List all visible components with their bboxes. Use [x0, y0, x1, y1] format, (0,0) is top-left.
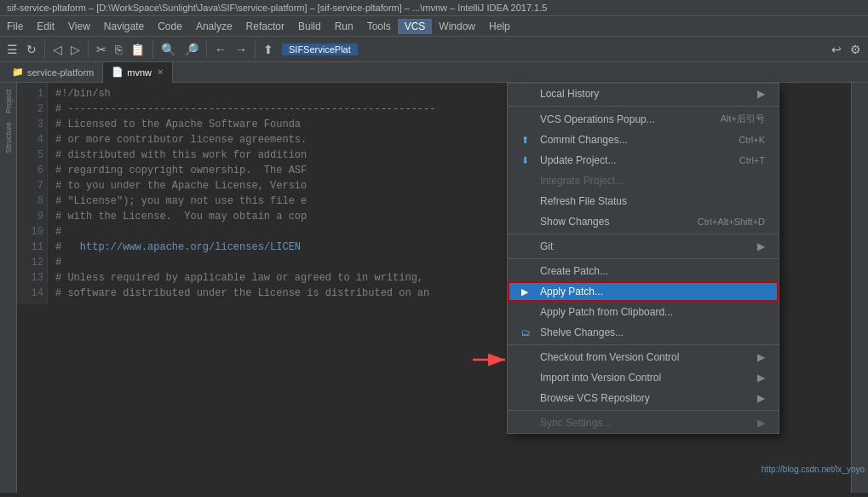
- apply-patch-icon: ▶: [521, 286, 535, 298]
- main-area: Project Structure 1 2 3 4 5 6 7 8 9 10 1…: [0, 83, 868, 493]
- toolbar-btn-cut[interactable]: ✂: [93, 41, 110, 58]
- menu-item-tools[interactable]: Tools: [360, 19, 398, 34]
- refresh-label: Refresh File Status: [540, 195, 627, 207]
- vcs-menu-git[interactable]: Git ▶: [508, 236, 779, 257]
- side-panel-right: [851, 83, 868, 493]
- toolbar-sep-4: [206, 41, 207, 58]
- menu-item-analyze[interactable]: Analyze: [189, 19, 239, 34]
- dd-sep-3: [508, 258, 779, 259]
- toolbar: ☰ ↻ ◁ ▷ ✂ ⎘ 📋 🔍 🔎 ← → ⬆ SIFServicePlat ↩…: [0, 37, 868, 62]
- toolbar-project-label: SIFServicePlat: [282, 43, 358, 55]
- menu-bar: FileEditViewNavigateCodeAnalyzeRefactorB…: [0, 16, 868, 37]
- title-text: sif-service-pltaform – [D:\WorkSpace\Sun…: [7, 3, 547, 13]
- git-label: Git: [540, 240, 553, 252]
- dd-sep-4: [508, 344, 779, 345]
- menu-item-window[interactable]: Window: [432, 19, 482, 34]
- checkout-arrow: ▶: [757, 351, 765, 363]
- toolbar-btn-vcs[interactable]: ⬆: [260, 41, 277, 58]
- commit-shortcut: Ctrl+K: [739, 135, 765, 145]
- vcs-ops-label: VCS Operations Popup...: [540, 113, 655, 125]
- toolbar-btn-back[interactable]: ◁: [49, 41, 66, 58]
- vcs-menu-create-patch[interactable]: Create Patch...: [508, 261, 779, 281]
- toolbar-sep-2: [88, 41, 89, 58]
- menu-item-run[interactable]: Run: [328, 19, 360, 34]
- toolbar-btn-copy[interactable]: ⎘: [112, 41, 125, 58]
- menu-item-build[interactable]: Build: [291, 19, 328, 34]
- sync-arrow: ▶: [757, 417, 765, 429]
- menu-item-navigate[interactable]: Navigate: [97, 19, 151, 34]
- side-label-project[interactable]: Project: [4, 90, 13, 113]
- tab-icon-mvnw: 📄: [112, 66, 124, 78]
- dd-sep-2: [508, 234, 779, 234]
- vcs-menu-import[interactable]: Import into Version Control ▶: [508, 367, 779, 388]
- vcs-menu-shelve-changes[interactable]: 🗂 Shelve Changes...: [508, 322, 779, 343]
- import-arrow: ▶: [757, 372, 765, 384]
- menu-item-refactor[interactable]: Refactor: [239, 19, 291, 34]
- title-bar: sif-service-pltaform – [D:\WorkSpace\Sun…: [0, 0, 868, 16]
- menu-item-edit[interactable]: Edit: [30, 19, 61, 34]
- toolbar-btn-arrow-l[interactable]: ←: [211, 41, 230, 58]
- toolbar-sep-3: [152, 41, 153, 58]
- toolbar-btn-forward[interactable]: ▷: [67, 41, 83, 58]
- vcs-menu-checkout[interactable]: Checkout from Version Control ▶: [508, 347, 779, 367]
- browse-label: Browse VCS Repository: [540, 392, 650, 404]
- vcs-dropdown-menu: Local History ▶ VCS Operations Popup... …: [507, 83, 779, 434]
- vcs-menu-operations-popup[interactable]: VCS Operations Popup... Alt+后引号: [508, 108, 779, 130]
- show-changes-shortcut: Ctrl+Alt+Shift+D: [698, 217, 765, 227]
- vcs-menu-local-history[interactable]: Local History ▶: [508, 84, 779, 104]
- update-shortcut: Ctrl+T: [739, 155, 765, 165]
- toolbar-btn-search[interactable]: 🔍: [158, 41, 179, 58]
- import-label: Import into Version Control: [540, 372, 661, 384]
- integrate-label: Integrate Project...: [540, 175, 624, 187]
- commit-icon: ⬆: [521, 135, 535, 146]
- vcs-menu-refresh[interactable]: Refresh File Status: [508, 191, 779, 211]
- toolbar-btn-paste[interactable]: 📋: [127, 41, 148, 58]
- toolbar-btn-arrow-r[interactable]: →: [232, 41, 250, 58]
- sync-label: Sync Settings...: [540, 417, 611, 429]
- update-icon: ⬇: [521, 155, 535, 166]
- browse-arrow: ▶: [757, 392, 765, 404]
- menu-item-vcs[interactable]: VCS: [398, 19, 433, 34]
- update-label: Update Project...: [540, 154, 616, 166]
- toolbar-btn-search2[interactable]: 🔎: [181, 41, 202, 58]
- tab-mvnw[interactable]: 📄 mvnw ✕: [103, 62, 173, 83]
- shelve-icon: 🗂: [521, 327, 535, 338]
- vcs-menu-browse[interactable]: Browse VCS Repository ▶: [508, 388, 779, 408]
- tab-service-platform[interactable]: 📁 service-platform: [3, 62, 103, 83]
- toolbar-btn-undo[interactable]: ↩: [828, 41, 845, 58]
- toolbar-sep-5: [255, 41, 256, 58]
- vcs-menu-apply-patch-clipboard[interactable]: Apply Patch from Clipboard...: [508, 302, 779, 322]
- tabs-bar: 📁 service-platform 📄 mvnw ✕: [0, 62, 868, 83]
- menu-item-file[interactable]: File: [0, 19, 30, 34]
- toolbar-btn-refresh[interactable]: ↻: [23, 41, 40, 58]
- apply-patch-label: Apply Patch...: [540, 286, 603, 298]
- menu-item-view[interactable]: View: [61, 19, 97, 34]
- git-arrow: ▶: [757, 240, 765, 252]
- tab-icon-service-platform: 📁: [12, 66, 24, 78]
- checkout-label: Checkout from Version Control: [540, 351, 679, 363]
- apply-patch-clipboard-label: Apply Patch from Clipboard...: [540, 306, 673, 318]
- vcs-menu-integrate: Integrate Project...: [508, 170, 779, 191]
- shelve-label: Shelve Changes...: [540, 327, 624, 338]
- vcs-menu-commit[interactable]: ⬆ Commit Changes... Ctrl+K: [508, 130, 779, 150]
- vcs-ops-shortcut: Alt+后引号: [721, 113, 765, 125]
- vcs-menu-sync-settings: Sync Settings... ▶: [508, 413, 779, 433]
- tab-label-service-platform: service-platform: [27, 67, 94, 78]
- vcs-menu-update[interactable]: ⬇ Update Project... Ctrl+T: [508, 150, 779, 170]
- vcs-menu-apply-patch[interactable]: ▶ Apply Patch...: [508, 281, 779, 302]
- local-history-label: Local History: [540, 88, 599, 100]
- vcs-menu-show-changes[interactable]: Show Changes Ctrl+Alt+Shift+D: [508, 211, 779, 232]
- side-panel-left: Project Structure: [0, 83, 17, 493]
- menu-item-help[interactable]: Help: [482, 19, 517, 34]
- side-label-structure[interactable]: Structure: [4, 122, 13, 153]
- local-history-arrow: ▶: [757, 88, 765, 100]
- show-changes-label: Show Changes: [540, 216, 609, 228]
- commit-label: Commit Changes...: [540, 134, 628, 146]
- tab-close-mvnw[interactable]: ✕: [157, 67, 164, 77]
- dd-sep-5: [508, 410, 779, 411]
- toolbar-btn-settings[interactable]: ⚙: [847, 41, 865, 58]
- toolbar-btn-1[interactable]: ☰: [3, 41, 21, 58]
- menu-item-code[interactable]: Code: [151, 19, 189, 34]
- watermark-url: http://blog.csdn.net/lx_yoyo: [762, 465, 865, 474]
- create-patch-label: Create Patch...: [540, 265, 608, 277]
